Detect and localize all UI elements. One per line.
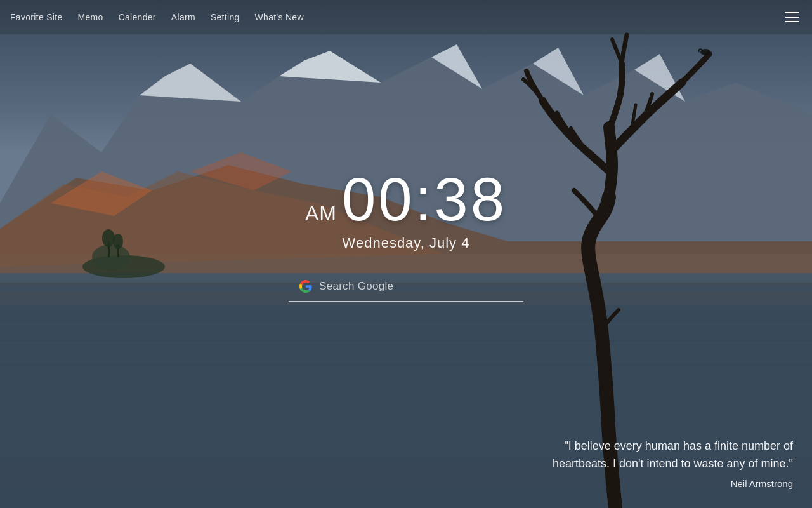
- hamburger-menu[interactable]: [783, 10, 802, 25]
- nav-memo[interactable]: Memo: [78, 12, 103, 22]
- quote-author: Neil Armstrong: [520, 478, 793, 489]
- navbar: Favorite Site Memo Calender Alarm Settin…: [0, 0, 812, 34]
- search-input[interactable]: [319, 280, 513, 293]
- quote-container: "I believe every human has a finite numb…: [520, 438, 793, 489]
- quote-text: "I believe every human has a finite numb…: [520, 438, 793, 473]
- clock-display: AM 00:38: [305, 169, 507, 230]
- nav-links: Favorite Site Memo Calender Alarm Settin…: [10, 12, 783, 22]
- nav-whats-new[interactable]: What's New: [255, 12, 304, 22]
- clock-period: AM: [305, 202, 337, 225]
- search-bar[interactable]: [289, 272, 523, 302]
- hamburger-line-1: [785, 12, 799, 13]
- clock-time: 00:38: [342, 169, 507, 230]
- hamburger-line-2: [785, 17, 799, 18]
- nav-calender[interactable]: Calender: [119, 12, 156, 22]
- google-logo-icon: [299, 279, 313, 293]
- search-container: [289, 272, 523, 302]
- nav-setting[interactable]: Setting: [211, 12, 240, 22]
- nav-favorite-site[interactable]: Favorite Site: [10, 12, 63, 22]
- hamburger-line-3: [785, 21, 799, 22]
- nav-alarm[interactable]: Alarm: [171, 12, 195, 22]
- clock-date: Wednesday, July 4: [343, 235, 470, 251]
- main-content: AM 00:38 Wednesday, July 4: [0, 0, 812, 508]
